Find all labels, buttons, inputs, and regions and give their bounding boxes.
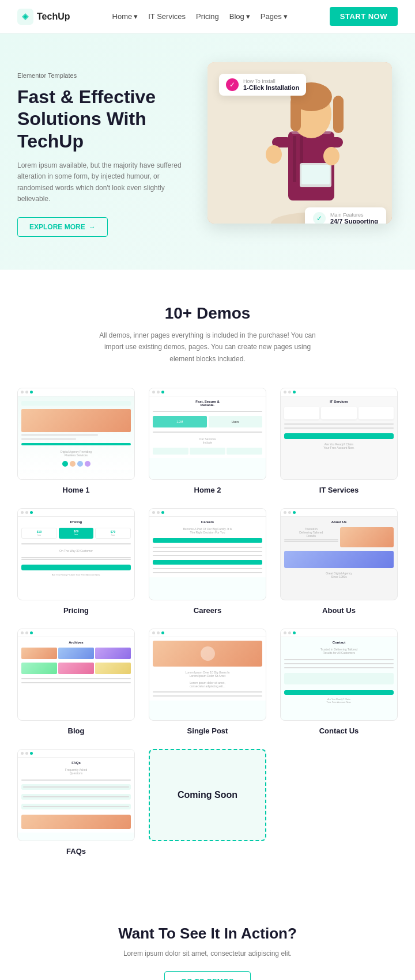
hero-description: Lorem ipsum available, but the majority … — [17, 160, 190, 205]
badge-main: 1-Click Installation — [243, 84, 299, 91]
navbar: TechUp Home ▾ IT Services Pricing Blog ▾… — [0, 0, 415, 33]
coming-soon-card: Coming Soon — [149, 749, 266, 841]
cta-description: Lorem ipsum dolor sit amet, consectetur … — [17, 949, 398, 958]
badge-sub: How To Install — [243, 78, 299, 84]
demo-label-contact: Contact Us — [280, 727, 398, 735]
coming-soon-text: Coming Soon — [178, 790, 237, 800]
demo-label-coming: - — [149, 847, 266, 856]
demo-home1[interactable]: Digital Agency ProvidingFlawless Service… — [17, 388, 135, 494]
demo-thumb-home1: Digital Agency ProvidingFlawless Service… — [17, 388, 135, 480]
hero-image-card: ✓ How To Install 1-Click Installation ✓ … — [207, 62, 392, 224]
nav-blog[interactable]: Blog ▾ — [229, 12, 250, 21]
svg-rect-12 — [301, 165, 330, 184]
check-icon-green: ✓ — [313, 212, 326, 224]
demo-it-services[interactable]: IT Services Are You Ready? ClaimYour Fre… — [280, 388, 398, 494]
demo-blog[interactable]: Archives Blog — [17, 629, 135, 735]
demo-thumb-blog: Archives — [17, 629, 135, 721]
demo-label-careers: Careers — [149, 606, 266, 615]
demo-thumb-single: Lorem Ipsum Over 10 Big Users InLorem Ip… — [149, 629, 266, 721]
demo-label-home2: Home 2 — [149, 486, 266, 494]
demo-thumb-faqs: FAQs Frequently AskedQuestions — [17, 749, 135, 841]
logo-icon — [17, 9, 33, 25]
demo-contact[interactable]: Contact Trusted in Delivering TailoredRe… — [280, 629, 398, 735]
demo-coming-soon: Coming Soon - — [149, 749, 266, 856]
chevron-icon-blog: ▾ — [246, 12, 250, 21]
demos-title: 10+ Demos — [17, 304, 398, 323]
start-now-button[interactable]: START NOW — [330, 7, 398, 26]
logo-text: TechUp — [37, 12, 70, 22]
demo-about[interactable]: About Us Trusted inDelivering TailoredRe… — [280, 508, 398, 615]
demo-thumb-pricing: Pricing $19 /mo $29 /mo $79 /mo — [17, 508, 135, 600]
demo-label-pricing: Pricing — [17, 606, 135, 615]
demo-single-post[interactable]: Lorem Ipsum Over 10 Big Users InLorem Ip… — [149, 629, 266, 735]
support-text: Main Features 24/7 Supporting — [330, 212, 378, 224]
demo-home2[interactable]: Fast, Secure &Reliable. 1.2M Users Our S… — [149, 388, 266, 494]
hero-section: Elementor Templates Fast & Effective Sol… — [0, 33, 415, 270]
svg-point-15 — [266, 145, 282, 164]
demo-thumb-careers: Careers Become A Part Of Our Big Family.… — [149, 508, 266, 600]
hero-tag: Elementor Templates — [17, 72, 190, 79]
demo-thumb-contact: Contact Trusted in Delivering TailoredRe… — [280, 629, 398, 721]
hero-visual: ✓ How To Install 1-Click Installation ✓ … — [190, 62, 398, 247]
svg-rect-8 — [333, 96, 344, 133]
demo-pricing[interactable]: Pricing $19 /mo $29 /mo $79 /mo — [17, 508, 135, 615]
nav-home[interactable]: Home ▾ — [112, 12, 138, 21]
demo-label-home1: Home 1 — [17, 486, 135, 494]
svg-rect-7 — [290, 97, 301, 131]
demo-label-blog: Blog — [17, 727, 135, 735]
demo-empty — [280, 749, 398, 856]
install-badge: ✓ How To Install 1-Click Installation — [219, 74, 306, 96]
cta-section: Want To See It In Action? Lorem ipsum do… — [0, 890, 415, 980]
demo-label-single: Single Post — [149, 727, 266, 735]
svg-rect-14 — [323, 137, 343, 147]
badge-text: How To Install 1-Click Installation — [243, 78, 299, 91]
demos-section: 10+ Demos All demos, inner pages everyth… — [0, 270, 415, 890]
hero-title: Fast & Effective Solutions With TechUp — [17, 86, 190, 152]
nav-it-services[interactable]: IT Services — [148, 12, 186, 21]
nav-pages[interactable]: Pages ▾ — [261, 12, 288, 21]
explore-label: EXPLORE MORE — [29, 223, 85, 231]
explore-more-button[interactable]: EXPLORE MORE → — [17, 217, 108, 237]
nav-links: Home ▾ IT Services Pricing Blog ▾ Pages … — [112, 12, 288, 21]
chevron-icon-pages: ▾ — [284, 12, 288, 21]
demo-label-faqs: FAQs — [17, 847, 135, 856]
arrow-icon: → — [89, 223, 96, 231]
support-sub: Main Features — [330, 212, 378, 218]
demos-grid: Digital Agency ProvidingFlawless Service… — [17, 388, 398, 856]
support-main: 24/7 Supporting — [330, 218, 378, 224]
go-to-demos-button[interactable]: GO TO DEMOS — [164, 971, 250, 980]
demo-label-about: About Us — [280, 606, 398, 615]
demo-label-it: IT Services — [280, 486, 398, 494]
demos-description: All demos, inner pages everything is inc… — [92, 330, 323, 365]
demo-careers[interactable]: Careers Become A Part Of Our Big Family.… — [149, 508, 266, 615]
chevron-icon: ▾ — [134, 12, 138, 21]
demo-thumb-about: About Us Trusted inDelivering TailoredRe… — [280, 508, 398, 600]
logo[interactable]: TechUp — [17, 9, 70, 25]
demo-thumb-home2: Fast, Secure &Reliable. 1.2M Users Our S… — [149, 388, 266, 480]
demo-thumb-it: IT Services Are You Ready? ClaimYour Fre… — [280, 388, 398, 480]
nav-pricing[interactable]: Pricing — [196, 12, 219, 21]
svg-point-16 — [323, 147, 339, 165]
demo-faqs[interactable]: FAQs Frequently AskedQuestions FAQs — [17, 749, 135, 856]
svg-rect-9 — [293, 136, 296, 182]
cta-title: Want To See It In Action? — [17, 925, 398, 943]
support-badge: ✓ Main Features 24/7 Supporting — [305, 207, 386, 224]
hero-content: Elementor Templates Fast & Effective Sol… — [17, 72, 190, 237]
check-icon-pink: ✓ — [226, 78, 239, 91]
